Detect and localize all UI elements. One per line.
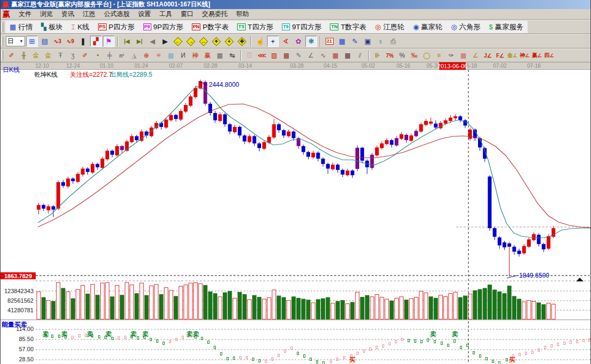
gann-wheel-button[interactable]: ◎江恩轮 <box>371 21 409 33</box>
candle-style-button[interactable]: ❚ <box>77 36 89 47</box>
diamond-hmove-button[interactable]: ↔ <box>198 36 209 47</box>
j-angle-tool[interactable]: J∠ <box>482 50 493 61</box>
percent7-tool[interactable]: 7% <box>384 50 395 61</box>
save-button[interactable]: ▣ <box>362 36 374 47</box>
parallel-tool[interactable]: ⫽ <box>354 50 366 61</box>
ts-square-button[interactable]: TST四方形 <box>233 21 278 33</box>
gold-circle-tool[interactable]: ◯ <box>421 50 432 61</box>
shen-angle-tool[interactable]: 神∠ <box>519 50 530 61</box>
brain-button[interactable]: ❃ <box>305 36 317 47</box>
f-angle-tool[interactable]: F∠ <box>495 50 506 61</box>
ying-angle-tool[interactable]: 赢∠ <box>531 50 543 61</box>
menu-帮助[interactable]: 帮助 <box>232 9 253 19</box>
menu-资讯[interactable]: 资讯 <box>57 9 78 19</box>
diamond-star-button[interactable]: ✦ <box>211 36 222 47</box>
scale-chart-tool[interactable]: ⊪ <box>372 50 383 61</box>
hand-tool-button[interactable]: ☝ <box>254 36 266 47</box>
ying-grid-tool[interactable]: 赢 <box>202 50 213 61</box>
ps-square-button[interactable]: PSP四方形 <box>94 21 139 33</box>
rocket-tool[interactable]: ✐ <box>79 50 91 61</box>
f-grid-tool[interactable]: Ŧ <box>55 50 66 61</box>
menu-浏览[interactable]: 浏览 <box>36 9 57 19</box>
crosshair-button[interactable]: + <box>267 36 279 47</box>
notepad-button[interactable]: ✎ <box>349 36 361 47</box>
menu-工具[interactable]: 工具 <box>155 9 176 19</box>
service-button[interactable]: $赢家服务 <box>485 21 528 33</box>
diamond-right-button[interactable]: → <box>185 36 197 47</box>
pencil-angle-tool[interactable]: ✎ <box>293 50 304 61</box>
chart-area[interactable]: 卖卖卖卖卖卖卖卖卖卖买买2444.80001849.6500 日K线 乾坤K线 … <box>1 70 591 364</box>
goto-last-button[interactable]: ▶| <box>134 36 145 47</box>
kline-button[interactable]: ⌶K线 <box>67 21 94 33</box>
winner-wheel-button[interactable]: ◉赢家轮 <box>409 21 447 33</box>
diamond-left-button[interactable]: ← <box>172 36 184 47</box>
angle-line-tool[interactable]: ∠ <box>305 50 317 61</box>
period-day-combo[interactable]: 日▼ <box>6 36 25 46</box>
spiral-grid-tool[interactable]: ʒ <box>67 50 78 61</box>
k-pattern-button[interactable]: ▞ <box>90 36 102 47</box>
gold-lines-tool[interactable]: ≡ <box>433 50 444 61</box>
gold-grid-tool[interactable]: 金 <box>30 50 42 61</box>
gann-flower-button[interactable]: ✿ <box>293 36 304 47</box>
grid-star-tool[interactable]: ▦ <box>165 50 176 61</box>
menu-文件[interactable]: 文件 <box>14 9 36 19</box>
flag-button[interactable]: ⚑ <box>103 36 115 47</box>
multi-window-button[interactable]: ⊞ <box>26 36 38 47</box>
scroll-arrow-icon[interactable] <box>576 278 584 281</box>
quote-button[interactable]: ▦行情 <box>5 21 37 33</box>
hexagon-button[interactable]: ◎六角形 <box>447 21 484 33</box>
price-grid-tool[interactable]: ╫ <box>18 50 29 61</box>
menu-窗口[interactable]: 窗口 <box>176 9 198 19</box>
tick-grid-tool[interactable]: ╪ <box>104 50 115 61</box>
menu-江恩[interactable]: 江恩 <box>78 9 100 19</box>
kline-chart-canvas[interactable]: 卖卖卖卖卖卖卖卖卖卖买买2444.80001849.6500 <box>1 70 591 364</box>
menu-交易委托[interactable]: 交易委托 <box>198 9 232 19</box>
percent-tool[interactable]: % <box>396 50 408 61</box>
prev-page-button[interactable]: ◀ <box>147 36 158 47</box>
toolbar-grip[interactable] <box>2 22 3 32</box>
span-arrow-tool[interactable]: ↹ <box>226 50 238 61</box>
draw-pen-tool[interactable]: ✐ <box>6 50 17 61</box>
time-circle-tool[interactable]: ◔ <box>92 50 103 61</box>
t9-square-button[interactable]: T99T四方形 <box>278 21 326 33</box>
f10-info-button[interactable]: ▤ <box>39 36 51 47</box>
percent-lines-tool[interactable]: ‰ <box>409 50 420 61</box>
tn-table-button[interactable]: TNT数字表 <box>326 21 370 33</box>
k-mark-tool[interactable]: И <box>177 50 189 61</box>
goto-first-button[interactable]: |◀ <box>121 36 133 47</box>
fan-box-tool[interactable]: ▨ <box>269 50 280 61</box>
star-ray-tool[interactable]: ✳ <box>153 50 164 61</box>
calendar-button[interactable]: 21 <box>323 36 335 47</box>
sector-button[interactable]: ▚板块 <box>37 21 67 33</box>
p9-square-button[interactable]: P99P四方形 <box>139 21 188 33</box>
pn-table-button[interactable]: PNP数字表 <box>188 21 233 33</box>
mini-chart3-button[interactable]: ∿3 <box>52 36 63 47</box>
angle-flag-tool[interactable]: ◮ <box>128 50 140 61</box>
diamond-plus-button[interactable]: + <box>223 36 235 47</box>
wave-tool[interactable]: ∿ <box>318 50 329 61</box>
red-grid-tool[interactable]: ▦ <box>330 50 341 61</box>
toolbar-grip[interactable] <box>2 51 3 60</box>
next-page-button[interactable]: ▶ <box>159 36 171 47</box>
menu-公式选股[interactable]: 公式选股 <box>100 9 134 19</box>
mini-chart9-button[interactable]: ∿9 <box>64 36 76 47</box>
hatch-box-tool[interactable]: ▩ <box>281 50 292 61</box>
web-button[interactable]: ♁ <box>375 36 386 47</box>
dark-grid-tool[interactable]: ▩ <box>342 50 353 61</box>
gold-grid2-tool[interactable]: 金 <box>43 50 54 61</box>
shen-grid-tool[interactable]: 神 <box>190 50 201 61</box>
menu-设置[interactable]: 设置 <box>134 9 155 19</box>
grid-123-tool[interactable]: ▦ <box>214 50 225 61</box>
printer-button[interactable]: ⎙ <box>387 36 399 47</box>
gold-angle-tool[interactable]: ∠ <box>470 50 481 61</box>
diamond-cross-button[interactable]: ✚ <box>236 36 248 47</box>
fan-lines-tool[interactable]: ⋘ <box>256 50 268 61</box>
an-grid-tool[interactable]: ▦ <box>458 50 469 61</box>
compass-tool[interactable]: ⊕ <box>141 50 152 61</box>
gold2-angle-tool[interactable]: 金∠ <box>507 50 518 61</box>
calculator-button[interactable]: ▦ <box>336 36 348 47</box>
si-angle-tool[interactable]: 四∠ <box>544 50 555 61</box>
toolbar-grip[interactable] <box>2 37 3 46</box>
n2-grid-tool[interactable]: n² <box>116 50 127 61</box>
window-box-tool[interactable]: ⎅ <box>244 50 255 61</box>
